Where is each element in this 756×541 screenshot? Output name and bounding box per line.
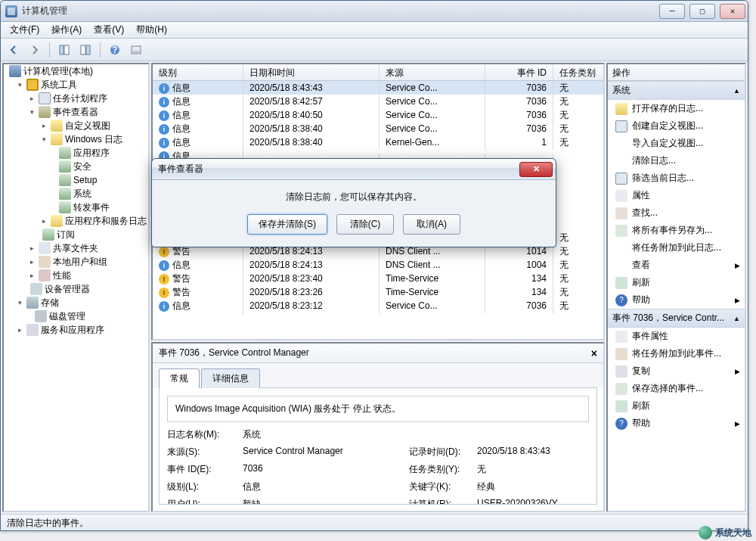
save-icon bbox=[615, 225, 627, 237]
tree-services-apps[interactable]: ▸服务和应用程序 bbox=[13, 323, 148, 337]
action-section-system[interactable]: 系统▲ bbox=[608, 81, 745, 100]
tree-disk-management[interactable]: 磁盘管理 bbox=[29, 309, 148, 323]
collapse-icon[interactable]: ▾ bbox=[16, 299, 24, 307]
tree-subscriptions[interactable]: 订阅 bbox=[37, 228, 148, 241]
tree-pane[interactable]: 计算机管理(本地) ▾系统工具 ▸任务计划程序 ▾事件查看器 ▸自定义视图 ▾W… bbox=[2, 63, 150, 512]
tree-device-manager[interactable]: 设备管理器 bbox=[25, 282, 148, 296]
tree-log-forwarded[interactable]: 转发事件 bbox=[54, 201, 148, 214]
column-event-id[interactable]: 事件 ID bbox=[485, 64, 553, 80]
lbl-taskcat: 任务类别(Y): bbox=[409, 463, 477, 476]
menu-help[interactable]: 帮助(H) bbox=[130, 22, 173, 38]
action-refresh2[interactable]: 刷新 bbox=[608, 397, 745, 415]
tree-root[interactable]: 计算机管理(本地) bbox=[4, 64, 148, 78]
action-event-properties[interactable]: 事件属性 bbox=[608, 328, 745, 345]
dialog-close-button[interactable]: ✕ bbox=[519, 162, 553, 177]
action-import-view[interactable]: 导入自定义视图... bbox=[608, 135, 745, 152]
disk-icon bbox=[35, 310, 47, 322]
detail-body: Windows Image Acquisition (WIA) 服务处于 停止 … bbox=[159, 387, 597, 505]
val-taskcat: 无 bbox=[477, 463, 486, 476]
action-section-event[interactable]: 事件 7036，Service Contr...▲ bbox=[608, 309, 745, 328]
show-hide-tree-button[interactable] bbox=[54, 42, 74, 58]
menu-action[interactable]: 操作(A) bbox=[45, 22, 88, 38]
action-open-saved[interactable]: 打开保存的日志... bbox=[608, 100, 745, 117]
action-copy[interactable]: 复制▶ bbox=[608, 362, 745, 380]
tree-local-users[interactable]: ▸本地用户和组 bbox=[25, 255, 148, 269]
tree-log-security[interactable]: 安全 bbox=[54, 160, 148, 173]
services-icon bbox=[26, 324, 39, 336]
maximize-button[interactable]: ▢ bbox=[689, 4, 715, 19]
tree-log-setup[interactable]: Setup bbox=[54, 173, 148, 187]
collapse-icon[interactable]: ▾ bbox=[28, 108, 36, 117]
lbl-keywords: 关键字(K): bbox=[409, 480, 477, 493]
table-row[interactable]: i信息2020/5/18 8:23:12Service Co...7036无 bbox=[153, 299, 603, 312]
collapse-icon[interactable]: ▾ bbox=[16, 81, 24, 89]
confirm-dialog: 事件查看器 ✕ 清除日志前，您可以保存其内容。 保存并清除(S) 清除(C) 取… bbox=[151, 158, 556, 247]
expand-icon[interactable]: ▸ bbox=[28, 258, 36, 266]
tab-general[interactable]: 常规 bbox=[159, 368, 200, 388]
column-category[interactable]: 任务类别 bbox=[553, 64, 603, 80]
action-attach-task-event[interactable]: 将任务附加到此事件... bbox=[608, 345, 745, 362]
expand-icon[interactable]: ▸ bbox=[40, 122, 48, 130]
action-filter-current[interactable]: 筛选当前日志... bbox=[608, 169, 745, 187]
action-create-view[interactable]: 创建自定义视图... bbox=[608, 117, 745, 135]
collapse-icon[interactable]: ▾ bbox=[40, 135, 48, 144]
forward-button[interactable] bbox=[25, 42, 45, 58]
action-view[interactable]: 查看▶ bbox=[608, 257, 745, 274]
action-clear-log[interactable]: 清除日志... bbox=[608, 152, 745, 169]
action-find[interactable]: 查找... bbox=[608, 204, 745, 222]
action-attach-task[interactable]: 将任务附加到此日志... bbox=[608, 239, 745, 257]
menu-file[interactable]: 文件(F) bbox=[4, 22, 45, 38]
help-button[interactable]: ? bbox=[105, 42, 125, 58]
action-help[interactable]: ?帮助▶ bbox=[608, 291, 745, 309]
minimize-button[interactable]: ─ bbox=[659, 4, 685, 19]
tree-storage[interactable]: ▾存储 bbox=[13, 296, 148, 309]
tree-app-service-logs[interactable]: ▸应用程序和服务日志 bbox=[37, 214, 148, 228]
expand-icon[interactable]: ▸ bbox=[28, 244, 36, 253]
dialog-clear-button[interactable]: 清除(C) bbox=[336, 214, 394, 235]
column-level[interactable]: 级别 bbox=[153, 64, 243, 80]
info-icon: i bbox=[159, 301, 169, 312]
warning-icon: ! bbox=[159, 274, 169, 284]
window-buttons: ─ ▢ ✕ bbox=[657, 2, 748, 20]
svg-rect-0 bbox=[60, 45, 64, 54]
tree-log-application[interactable]: 应用程序 bbox=[54, 146, 148, 160]
tree-windows-logs[interactable]: ▾Windows 日志 bbox=[37, 132, 148, 146]
device-icon bbox=[30, 283, 42, 295]
action-pane: 操作 系统▲ 打开保存的日志... 创建自定义视图... 导入自定义视图... … bbox=[606, 63, 746, 512]
log-icon bbox=[59, 147, 71, 159]
action-save-selected[interactable]: 保存选择的事件... bbox=[608, 380, 745, 397]
expand-icon[interactable]: ▸ bbox=[16, 326, 24, 334]
menu-view[interactable]: 查看(V) bbox=[88, 22, 130, 38]
tree-performance[interactable]: ▸性能 bbox=[25, 269, 148, 282]
copy-icon bbox=[615, 365, 627, 378]
lbl-logname: 日志名称(M): bbox=[167, 428, 243, 441]
column-source[interactable]: 来源 bbox=[380, 64, 485, 80]
tree-event-viewer[interactable]: ▾事件查看器 bbox=[25, 105, 148, 119]
detail-close-button[interactable]: × bbox=[591, 347, 597, 359]
arrow-right-icon: ▶ bbox=[735, 368, 740, 375]
expand-icon[interactable]: ▸ bbox=[40, 217, 48, 225]
tree-shared-folders[interactable]: ▸共享文件夹 bbox=[25, 241, 148, 255]
val-computer: USER-20200326VY bbox=[477, 498, 558, 505]
expand-icon[interactable]: ▸ bbox=[28, 272, 36, 280]
tree-log-system[interactable]: 系统 bbox=[54, 187, 148, 201]
dialog-cancel-button[interactable]: 取消(A) bbox=[403, 214, 460, 235]
column-datetime[interactable]: 日期和时间 bbox=[243, 64, 380, 80]
tab-details[interactable]: 详细信息 bbox=[201, 368, 260, 388]
show-hide-action-button[interactable] bbox=[76, 42, 95, 58]
action-save-all[interactable]: 将所有事件另存为... bbox=[608, 222, 745, 239]
expand-icon[interactable]: ▸ bbox=[28, 95, 36, 103]
filter-icon bbox=[615, 173, 627, 185]
back-button[interactable] bbox=[4, 42, 23, 58]
close-button[interactable]: ✕ bbox=[720, 4, 745, 19]
tree-task-scheduler[interactable]: ▸任务计划程序 bbox=[25, 92, 148, 105]
action-help2[interactable]: ?帮助▶ bbox=[608, 415, 745, 432]
action-properties[interactable]: 属性 bbox=[608, 187, 745, 204]
action-refresh[interactable]: 刷新 bbox=[608, 274, 745, 291]
lbl-level: 级别(L): bbox=[167, 480, 243, 493]
preview-button[interactable] bbox=[126, 42, 146, 58]
tree-custom-views[interactable]: ▸自定义视图 bbox=[37, 119, 148, 132]
tree-system-tools[interactable]: ▾系统工具 bbox=[13, 78, 148, 92]
toolbar: ? bbox=[1, 39, 748, 61]
dialog-save-clear-button[interactable]: 保存并清除(S) bbox=[247, 214, 327, 235]
